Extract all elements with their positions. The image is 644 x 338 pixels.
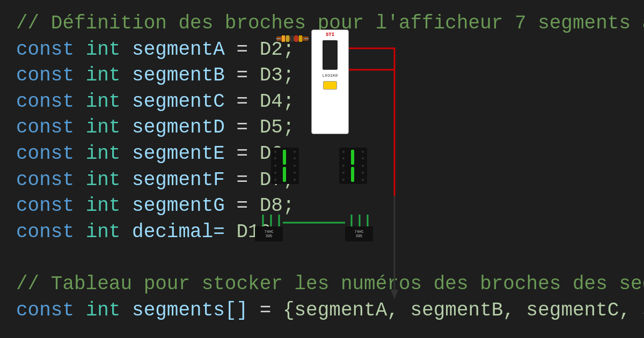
svg-point-10 — [294, 151, 296, 153]
var-segD: segmentD — [132, 116, 236, 138]
keyword-const-7: const — [16, 195, 86, 217]
val-d5: D5; — [260, 116, 295, 138]
type-int-9: int — [86, 299, 132, 321]
svg-point-21 — [342, 151, 345, 153]
mcu-label: L031K8 — [323, 73, 338, 78]
svg-point-16 — [294, 157, 296, 159]
svg-rect-6 — [299, 35, 302, 42]
type-int-7: int — [86, 195, 132, 217]
code-line-8: const int decimal= D10; — [16, 219, 628, 246]
val-d3: D3; — [260, 64, 295, 86]
mcu-chip — [323, 40, 338, 70]
code-line-9: const int segments[] = {segmentA, segmen… — [16, 298, 628, 324]
keyword-const-2: const — [16, 64, 86, 86]
svg-point-26 — [362, 165, 364, 167]
var-segA: segmentA — [132, 39, 236, 61]
ic-label-right: 74HC395 — [355, 230, 364, 239]
ic-label-left: 74HC395 — [265, 230, 274, 239]
keyword-const-9: const — [16, 299, 86, 321]
svg-rect-3 — [286, 35, 289, 42]
seven-segment-left — [271, 148, 299, 184]
keyword-const-4: const — [16, 116, 86, 138]
svg-rect-2 — [282, 35, 285, 42]
svg-point-9 — [274, 151, 276, 153]
mcu-board: STI L031K8 — [311, 30, 349, 134]
svg-rect-8 — [283, 167, 286, 182]
svg-point-12 — [294, 179, 296, 181]
svg-rect-5 — [295, 35, 298, 42]
code-line-comment2: // Tableau pour stocker les numéros des … — [16, 271, 628, 298]
mcu-connector — [323, 81, 337, 90]
var-segments: segments[] — [132, 299, 260, 321]
code-line-7: const int segmentG = D8; — [16, 193, 628, 219]
type-int-8: int — [86, 221, 132, 243]
seven-segment-right — [339, 148, 367, 184]
var-segG: segmentG — [132, 195, 236, 217]
svg-rect-19 — [351, 150, 354, 165]
var-segE: segmentE — [132, 143, 236, 165]
svg-point-29 — [342, 172, 345, 174]
mcu-logo: STI — [326, 32, 334, 38]
svg-rect-4 — [290, 35, 294, 42]
comment-text-2: // Tableau pour stocker les numéros des … — [16, 273, 644, 295]
var-segF: segmentF — [132, 169, 236, 191]
type-int-5: int — [86, 143, 132, 165]
svg-point-27 — [342, 157, 345, 159]
type-int-1: int — [86, 39, 132, 61]
resistor — [276, 33, 309, 44]
svg-point-13 — [274, 165, 276, 167]
svg-point-25 — [342, 165, 345, 167]
ic-chip-right: 74HC395 — [345, 226, 373, 241]
svg-point-14 — [294, 165, 296, 167]
val-d8: D8; — [260, 195, 295, 217]
type-int-6: int — [86, 169, 132, 191]
keyword-const-5: const — [16, 143, 86, 165]
var-decimal: decimal= — [132, 221, 236, 243]
type-int-2: int — [86, 64, 132, 86]
keyword-const-1: const — [16, 39, 86, 61]
type-int-4: int — [86, 116, 132, 138]
ic-chip-left: 74HC395 — [255, 226, 283, 241]
svg-point-22 — [362, 151, 364, 153]
val-d4: D4; — [260, 91, 295, 113]
code-line-5: const int segmentE = D6; — [16, 141, 628, 167]
val-array: {segmentA, segmentB, segmentC, segme — [283, 299, 644, 321]
keyword-const-8: const — [16, 221, 86, 243]
keyword-const-3: const — [16, 91, 86, 113]
svg-point-23 — [342, 179, 345, 181]
code-line-empty — [16, 245, 628, 271]
svg-point-15 — [274, 157, 276, 159]
svg-point-18 — [294, 172, 296, 174]
var-segB: segmentB — [132, 64, 236, 86]
svg-rect-7 — [283, 150, 286, 165]
svg-rect-20 — [351, 167, 354, 182]
keyword-const-6: const — [16, 169, 86, 191]
svg-point-11 — [274, 179, 276, 181]
svg-point-17 — [274, 172, 276, 174]
svg-point-24 — [362, 179, 364, 181]
code-line-6: const int segmentF = D7; — [16, 167, 628, 194]
svg-point-30 — [362, 172, 364, 174]
var-segC: segmentC — [132, 91, 236, 113]
svg-point-28 — [362, 157, 364, 159]
type-int-3: int — [86, 91, 132, 113]
